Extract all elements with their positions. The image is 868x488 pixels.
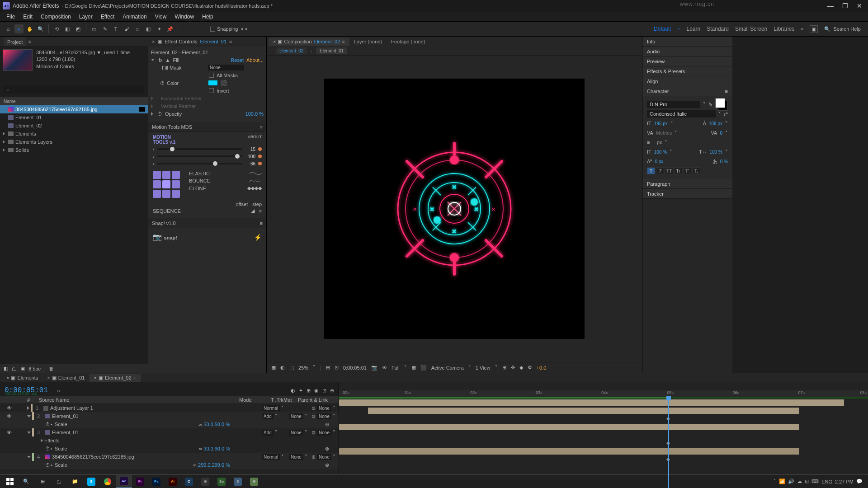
interpret-footage-icon[interactable]: ◧ xyxy=(4,366,8,371)
layer-2-scale[interactable]: ⏱▸ Scale ∞ 50.0,50.0 % ⊚ xyxy=(0,420,339,428)
vf-icon-b[interactable]: ✜ xyxy=(511,365,515,371)
workspace-panel-menu[interactable]: ▣ xyxy=(810,25,818,33)
effects-presets-panel[interactable]: Effects & Presets xyxy=(642,66,732,76)
scale-value[interactable]: 299.0,299.0 % xyxy=(198,462,230,468)
comp-close[interactable]: × xyxy=(273,39,276,44)
workspace-menu-icon[interactable]: ≡ xyxy=(677,26,680,32)
link-icon[interactable]: ∞ xyxy=(198,446,202,451)
align-panel[interactable]: Align xyxy=(642,76,732,86)
char-menu-icon[interactable]: ≡ xyxy=(725,89,728,94)
parent-dropdown[interactable]: None xyxy=(317,405,331,411)
color-swatch[interactable] xyxy=(208,80,218,86)
subcomp-tab-1[interactable]: Element_01 xyxy=(316,47,347,54)
project-item-3[interactable]: Elements xyxy=(0,130,148,138)
snap-options-icon[interactable]: ⚬⚬ xyxy=(240,26,248,32)
menu-composition[interactable]: Composition xyxy=(37,12,75,21)
workspace-standard[interactable]: Standard xyxy=(707,26,729,32)
taskview-icon[interactable]: ⊞ xyxy=(34,475,51,488)
vf-exposure[interactable]: +0.0 xyxy=(537,365,547,371)
menu-effect[interactable]: Effect xyxy=(97,12,118,21)
composition-viewport[interactable]: ✕ ✕ ✕ ✕ ✕✕ xyxy=(267,56,642,362)
tray-expand-icon[interactable]: ˄ xyxy=(774,479,776,484)
snapping-checkbox[interactable] xyxy=(210,27,215,32)
trkmat-dropdown[interactable]: None xyxy=(289,413,303,419)
eye-icon[interactable]: 👁 xyxy=(0,413,18,419)
layer-row-4[interactable]: 4 384500468562175cee197c62185.jpg Normal… xyxy=(0,453,339,461)
scale-value[interactable]: 50.0,50.0 % xyxy=(203,422,230,427)
puppet-tool[interactable]: 📌 xyxy=(165,24,175,33)
workspace-more[interactable]: » xyxy=(801,26,803,32)
preview-panel[interactable]: Preview xyxy=(642,56,732,66)
baseline-value[interactable]: 0 px xyxy=(655,159,663,164)
project-item-4[interactable]: Elements Layers xyxy=(0,138,148,146)
vf-show-icon[interactable]: 👁 xyxy=(382,365,387,371)
allcaps-button[interactable]: TT xyxy=(665,167,673,174)
cinema4d-taskbar[interactable]: C xyxy=(181,475,197,488)
clone-label[interactable]: CLONE xyxy=(189,186,206,191)
pickwhip-icon[interactable]: ⊚ xyxy=(311,405,316,411)
seq-icon-1[interactable]: ◢ xyxy=(251,208,255,214)
maximize-button[interactable]: ❐ xyxy=(842,3,848,9)
premiere-taskbar[interactable]: Pr xyxy=(132,475,148,488)
comp-menu[interactable]: ≡ xyxy=(342,39,344,44)
pickwhip-icon[interactable]: ⊚ xyxy=(325,462,339,468)
workspace-libraries[interactable]: Libraries xyxy=(774,26,794,32)
col-parent[interactable]: Parent & Link xyxy=(298,397,339,403)
mode-dropdown[interactable]: Add xyxy=(262,413,274,419)
layer-row-2[interactable]: 👁 2 Element_01 Add ˅ None ˅ ⊚ None ˅ xyxy=(0,412,339,420)
home-tool[interactable]: ⌂ xyxy=(4,24,13,33)
rotate-tool[interactable]: ◧ xyxy=(63,24,72,33)
comp-lock-icon[interactable]: ▣ xyxy=(278,39,282,45)
expand-icon[interactable] xyxy=(27,415,31,418)
search-taskbar-icon[interactable]: 🔍 xyxy=(18,475,34,488)
tracking-value[interactable]: 0 xyxy=(720,131,722,136)
layer-3-effects[interactable]: Effects xyxy=(0,436,339,445)
expand-icon[interactable] xyxy=(3,132,5,136)
app-taskbar-3[interactable]: S xyxy=(230,475,246,488)
font-style-dropdown[interactable]: Condensed Italic xyxy=(647,110,716,117)
project-item-0[interactable]: 384500468562175cee197c62185.jpg xyxy=(0,105,148,113)
vf-res-icon1[interactable]: ⊞ xyxy=(326,365,330,371)
sequence-label[interactable]: SEQUENCE xyxy=(153,208,181,214)
workspace-default[interactable]: Default xyxy=(654,26,671,32)
vf-snapshot-icon[interactable]: 📷 xyxy=(371,365,377,371)
aftereffects-taskbar[interactable]: Ae xyxy=(116,475,132,488)
vf-views[interactable]: 1 View xyxy=(476,365,491,371)
fx-expand-icon[interactable] xyxy=(151,59,155,61)
stopwatch-icon[interactable]: ⏱▸ xyxy=(45,422,53,427)
project-item-5[interactable]: Solids xyxy=(0,146,148,154)
stopwatch-icon[interactable]: ⏱▸ xyxy=(45,462,53,468)
font-family-dropdown[interactable]: DIN Pro xyxy=(647,101,700,108)
menu-window[interactable]: Window xyxy=(171,12,198,21)
mt-dot-icon[interactable] xyxy=(258,155,262,158)
faux-bold-button[interactable]: T xyxy=(647,167,655,174)
elastic-label[interactable]: ELASTIC xyxy=(189,171,210,176)
mt-dot-icon[interactable] xyxy=(258,162,262,165)
text-tool[interactable]: T xyxy=(111,24,120,33)
vscale-value[interactable]: 100 % xyxy=(654,150,667,155)
subcomp-tab-0[interactable]: Element_02 xyxy=(276,47,307,54)
illustrator-taskbar[interactable]: Ai xyxy=(165,475,181,488)
zoom-tool[interactable]: 🔍 xyxy=(36,24,45,33)
menu-view[interactable]: View xyxy=(151,12,170,21)
link-icon[interactable]: ∞ xyxy=(198,422,202,427)
new-folder-icon[interactable]: 🗀 xyxy=(12,366,17,371)
layer-row-1[interactable]: 👁 1 Adjustment Layer 1 Normal ˅ ⊚ None ˅ xyxy=(0,404,339,412)
eye-icon[interactable]: 👁 xyxy=(0,405,18,411)
leading-value[interactable]: 109 px xyxy=(709,121,722,126)
vf-zoom[interactable]: 25% xyxy=(298,365,308,371)
snap-record-icon[interactable]: ⚡ xyxy=(254,234,262,241)
kerning-value[interactable]: Metrics xyxy=(656,130,672,136)
mt-slider-1[interactable]: ›100 xyxy=(153,154,262,159)
parent-dropdown[interactable]: None xyxy=(317,430,331,436)
vf-icon-a[interactable]: ⊞ xyxy=(502,365,506,371)
eyedropper-icon[interactable] xyxy=(221,80,227,86)
pickwhip-icon[interactable]: ⊚ xyxy=(311,430,316,435)
menu-file[interactable]: File xyxy=(3,12,19,21)
opacity-stopwatch-icon[interactable]: ⏱ xyxy=(157,111,162,117)
ec-target[interactable]: Element_01 xyxy=(200,39,226,44)
expand-icon[interactable] xyxy=(151,112,153,116)
explorer-icon[interactable]: 🗀 xyxy=(51,475,67,488)
roto-tool[interactable]: ✦ xyxy=(155,24,164,33)
parent-dropdown[interactable]: None xyxy=(317,454,331,460)
